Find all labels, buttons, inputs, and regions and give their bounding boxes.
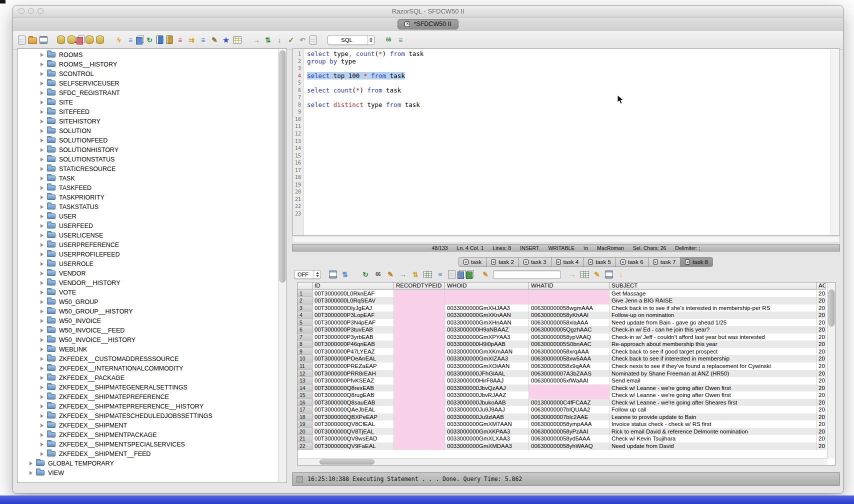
- cell-id[interactable]: 00T3000000QV9FaEAL: [312, 442, 394, 450]
- table-row[interactable]: 1900T3000000QV8CfEAL0033000000GmXM7AAN00…: [298, 420, 835, 428]
- cell-whoid[interactable]: 0033000000H9i0pAAB: [445, 340, 529, 348]
- cell-whatid[interactable]: [529, 297, 610, 304]
- favorites-icon[interactable]: ★: [222, 36, 230, 44]
- clipboard-icon[interactable]: [310, 36, 317, 44]
- cell-id[interactable]: 00T3000000Q8rugEAB: [312, 392, 394, 399]
- row-number[interactable]: 17: [298, 406, 312, 414]
- row-number[interactable]: 11: [298, 362, 312, 370]
- expand-icon[interactable]: [40, 366, 44, 370]
- expand-icon[interactable]: [40, 138, 44, 142]
- tree-item-sitehistory[interactable]: SITEHISTORY: [18, 116, 278, 126]
- tree-item-zkfedex__shipmentpackage[interactable]: ZKFEDEX__SHIPMENTPACKAGE: [18, 430, 278, 440]
- row-number[interactable]: 12: [298, 370, 312, 378]
- expand-icon[interactable]: [40, 167, 44, 171]
- tree-item-solutionfeed[interactable]: SOLUTIONFEED: [18, 136, 278, 145]
- cell-whatid[interactable]: 006300000058yKhAAI: [529, 312, 610, 319]
- cell-whatid[interactable]: 00630000005QgzhAAC: [529, 326, 610, 334]
- expand-icon[interactable]: [40, 158, 44, 162]
- expand-icon[interactable]: [40, 348, 44, 352]
- cell-recordtypeid[interactable]: [394, 290, 445, 298]
- expand-icon[interactable]: [40, 300, 44, 304]
- cell-whoid[interactable]: 0033000000GmXPYAA3: [445, 334, 529, 341]
- row-number[interactable]: 15: [298, 392, 312, 399]
- cell-ac[interactable]: 200: [816, 392, 826, 399]
- table-row[interactable]: 1200T3000000PRR8rEAH0033000000JFhGlAAL00…: [298, 370, 835, 378]
- cell-subject[interactable]: Check w/ Leanne - we're going after Owen…: [610, 392, 816, 399]
- align-lines-icon[interactable]: ≡: [198, 36, 208, 44]
- create-db-icon[interactable]: *: [86, 36, 94, 44]
- compare-icon[interactable]: ⇅: [264, 36, 272, 44]
- cell-recordtypeid[interactable]: [394, 340, 445, 348]
- tree-item-task[interactable]: TASK: [18, 174, 278, 183]
- cell-ac[interactable]: 200: [816, 312, 826, 319]
- tree-item-zkfedex__shipment[interactable]: ZKFEDEX__SHIPMENT: [18, 420, 278, 430]
- cell-id[interactable]: 00T3000000P3yrbEAB: [312, 334, 394, 341]
- tree-scrollbar[interactable]: [278, 50, 286, 482]
- cell-recordtypeid[interactable]: [394, 312, 445, 319]
- tree-item-userrole[interactable]: USERROLE: [18, 259, 278, 268]
- cell-whoid[interactable]: 0033000000JbukoAAB: [445, 399, 529, 406]
- tab-close-icon[interactable]: ✕: [685, 260, 690, 264]
- tree-item-vote[interactable]: VOTE: [18, 288, 278, 297]
- cell-whatid[interactable]: 006300000058xrqAAA: [529, 348, 610, 356]
- cell-subject[interactable]: Follow up call: [610, 406, 816, 414]
- tree-item-w50_invoice[interactable]: W50_INVOICE: [18, 316, 278, 326]
- edit-grid-icon[interactable]: ✎: [592, 270, 602, 279]
- row-number[interactable]: 14: [298, 384, 312, 392]
- format-brush-icon[interactable]: ✎: [481, 270, 490, 279]
- stop-button[interactable]: [296, 476, 303, 482]
- cell-whatid[interactable]: 0013000000C4fFCAAZ: [529, 399, 610, 406]
- expand-icon[interactable]: [40, 176, 44, 180]
- tree-item-sitefeed[interactable]: SITEFEED: [18, 107, 278, 116]
- explain-icon[interactable]: 66: [384, 36, 393, 44]
- cell-recordtypeid[interactable]: [394, 370, 445, 378]
- cell-subject[interactable]: Check w/ Kevin Tsujihara: [610, 435, 816, 442]
- table-row[interactable]: 1300T3000000PfvKSEAZ0033000000HirF8AAJ00…: [298, 377, 835, 384]
- cell-subject[interactable]: Check w/ Leanne - we're going after Shea…: [610, 399, 816, 406]
- cell-recordtypeid[interactable]: [394, 406, 445, 414]
- editor-vscrollbar[interactable]: [830, 50, 839, 234]
- tree-item-vendor[interactable]: VENDOR: [18, 268, 278, 278]
- cell-whoid[interactable]: 0033000000Ju9J9AAJ: [445, 406, 529, 414]
- row-number[interactable]: 20: [298, 428, 312, 436]
- cell-whoid[interactable]: 0033000000H9aNBAAZ: [445, 326, 529, 334]
- cell-whoid[interactable]: 0033000000GmXLXAA3: [445, 435, 529, 442]
- cell-id[interactable]: 00T3000000POeAnEAL: [312, 355, 394, 362]
- cell-subject[interactable]: Check back in to see if she's interested…: [610, 304, 816, 312]
- cell-recordtypeid[interactable]: [394, 334, 445, 341]
- expand-icon[interactable]: [40, 53, 44, 57]
- new-file-icon[interactable]: [18, 36, 26, 44]
- cell-whatid[interactable]: [529, 392, 610, 399]
- table-row[interactable]: 300T3000000OiyJgEAJ0033000000GmXHJAA3006…: [298, 304, 835, 312]
- tree-item-site[interactable]: SITE: [18, 98, 278, 107]
- cell-subject[interactable]: Follow-up on nomination: [610, 312, 816, 319]
- tree-item-w50_group__history[interactable]: W50_GROUP__HISTORY: [18, 306, 278, 316]
- expand-icon[interactable]: [40, 433, 44, 437]
- expand-icon[interactable]: [30, 471, 32, 475]
- row-number[interactable]: 6: [298, 326, 312, 334]
- document-tab[interactable]: ✕ *SFDCW50 II: [398, 19, 458, 30]
- save-grid-icon[interactable]: [605, 270, 613, 278]
- cell-subject[interactable]: Check back to see if good target prospec…: [610, 348, 816, 356]
- minimize-button[interactable]: [28, 8, 34, 14]
- table-row[interactable]: 700T3000000P3yrbEAB0033000000GmXPYAA3006…: [298, 334, 835, 341]
- tree-item-userpreference[interactable]: USERPREFERENCE: [18, 240, 278, 250]
- expand-icon[interactable]: [40, 376, 44, 380]
- expand-icon[interactable]: [40, 205, 44, 209]
- table-row[interactable]: 400T3000000P3LopEAF0033000000GmXKnAAN006…: [298, 312, 835, 319]
- expand-icon[interactable]: [40, 148, 44, 152]
- row-number[interactable]: 21: [298, 435, 312, 442]
- history-list-icon[interactable]: ≡: [176, 36, 184, 44]
- table-row[interactable]: 1700T3000000QAeJbEAL0033000000Ju9J9AAJ00…: [298, 406, 835, 414]
- tree-item-zkfedex__shipment__feed[interactable]: ZKFEDEX__SHIPMENT__FEED: [18, 449, 278, 458]
- cell-subject[interactable]: Rick to email David & reference Delmonte…: [610, 428, 816, 436]
- edit-cell-icon[interactable]: ✎: [386, 270, 395, 279]
- fetch-down-icon[interactable]: ↓: [275, 36, 284, 44]
- cell-whoid[interactable]: 0033000000GmXHJAA3: [445, 304, 529, 312]
- sort-filter-icon[interactable]: ⇅: [340, 270, 350, 279]
- row-number[interactable]: 19: [298, 420, 312, 428]
- cell-recordtypeid[interactable]: [394, 348, 445, 356]
- cell-whatid[interactable]: 006300000058xlaAAA: [529, 319, 610, 326]
- cell-id[interactable]: 00T3000000PfvKSEAZ: [312, 377, 394, 384]
- tree-item-sfdc_registrant[interactable]: SFDC_REGISTRANT: [18, 88, 278, 98]
